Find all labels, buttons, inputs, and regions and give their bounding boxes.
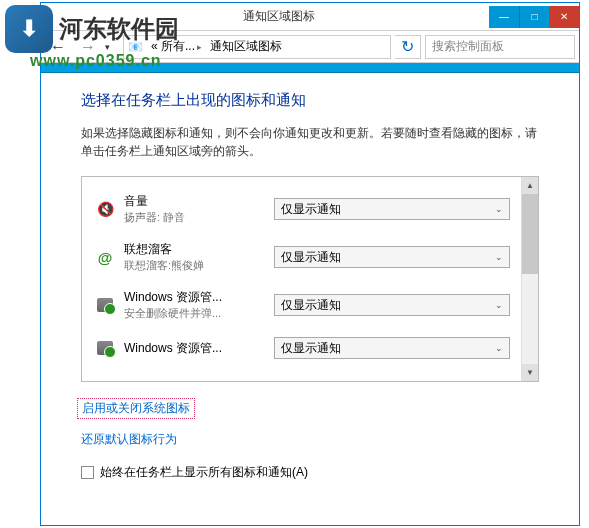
- usb-eject-icon: [96, 339, 114, 357]
- list-item: @ 联想溜客 联想溜客:熊俊婵 仅显示通知 ⌄: [82, 233, 538, 281]
- select-value: 仅显示通知: [281, 297, 341, 314]
- watermark-badge: ⬇: [5, 5, 53, 53]
- list-item: Windows 资源管... 安全删除硬件并弹... 仅显示通知 ⌄: [82, 281, 538, 329]
- window-buttons: — □ ✕: [489, 6, 579, 28]
- select-value: 仅显示通知: [281, 249, 341, 266]
- usb-eject-icon: [96, 296, 114, 314]
- item-subtitle: 联想溜客:熊俊婵: [124, 258, 264, 273]
- list-item: Windows 资源管... 仅显示通知 ⌄: [82, 329, 538, 367]
- watermark-logo: ⬇ 河东软件园: [5, 5, 179, 53]
- restore-defaults-link[interactable]: 还原默认图标行为: [81, 431, 177, 448]
- close-button[interactable]: ✕: [549, 6, 579, 28]
- item-text: 联想溜客 联想溜客:熊俊婵: [124, 241, 264, 273]
- breadcrumb-label: 通知区域图标: [210, 38, 282, 55]
- minimize-button[interactable]: —: [489, 6, 519, 28]
- chevron-down-icon: ⌄: [495, 204, 503, 214]
- page-description: 如果选择隐藏图标和通知，则不会向你通知更改和更新。若要随时查看隐藏的图标，请单击…: [81, 124, 539, 160]
- scrollbar[interactable]: ▲ ▼: [521, 177, 538, 381]
- item-title: 音量: [124, 193, 264, 210]
- item-text: 音量 扬声器: 静音: [124, 193, 264, 225]
- content-area: 选择在任务栏上出现的图标和通知 如果选择隐藏图标和通知，则不会向你通知更改和更新…: [41, 73, 579, 491]
- always-show-checkbox-row: 始终在任务栏上显示所有图标和通知(A): [81, 464, 539, 481]
- maximize-button[interactable]: □: [519, 6, 549, 28]
- speaker-icon: 🔇: [96, 200, 114, 218]
- item-title: Windows 资源管...: [124, 289, 264, 306]
- item-text: Windows 资源管... 安全删除硬件并弹...: [124, 289, 264, 321]
- icon-list-panel: 🔇 音量 扬声器: 静音 仅显示通知 ⌄ @ 联想溜客 联想溜客:熊俊婵 仅显示…: [81, 176, 539, 382]
- search-input[interactable]: 搜索控制面板: [425, 35, 575, 59]
- watermark-sitename: 河东软件园: [59, 13, 179, 45]
- watermark-url: www.pc0359.cn: [30, 52, 162, 70]
- chevron-down-icon: ⌄: [495, 343, 503, 353]
- at-icon: @: [96, 248, 114, 266]
- breadcrumb-seg-current[interactable]: 通知区域图标: [206, 38, 286, 55]
- behavior-select[interactable]: 仅显示通知 ⌄: [274, 198, 510, 220]
- always-show-checkbox[interactable]: [81, 466, 94, 479]
- item-title: Windows 资源管...: [124, 340, 264, 357]
- item-text: Windows 资源管...: [124, 340, 264, 357]
- select-value: 仅显示通知: [281, 201, 341, 218]
- chevron-down-icon: ⌄: [495, 252, 503, 262]
- item-subtitle: 扬声器: 静音: [124, 210, 264, 225]
- chevron-down-icon: ⌄: [495, 300, 503, 310]
- scroll-up-button[interactable]: ▲: [522, 177, 538, 194]
- list-item: 🔇 音量 扬声器: 静音 仅显示通知 ⌄: [82, 185, 538, 233]
- checkbox-label[interactable]: 始终在任务栏上显示所有图标和通知(A): [100, 464, 308, 481]
- page-title: 选择在任务栏上出现的图标和通知: [81, 91, 539, 110]
- links-section: 启用或关闭系统图标 还原默认图标行为: [81, 398, 539, 458]
- system-icons-link[interactable]: 启用或关闭系统图标: [77, 398, 195, 419]
- chevron-right-icon: ▸: [197, 42, 202, 52]
- behavior-select[interactable]: 仅显示通知 ⌄: [274, 337, 510, 359]
- scroll-thumb[interactable]: [522, 194, 538, 274]
- refresh-button[interactable]: ↻: [395, 35, 421, 59]
- select-value: 仅显示通知: [281, 340, 341, 357]
- behavior-select[interactable]: 仅显示通知 ⌄: [274, 294, 510, 316]
- search-placeholder: 搜索控制面板: [432, 38, 504, 55]
- scroll-down-button[interactable]: ▼: [522, 364, 538, 381]
- behavior-select[interactable]: 仅显示通知 ⌄: [274, 246, 510, 268]
- control-panel-window: 通知区域图标 — □ ✕ ← → ▾ 📧 « 所有... ▸ 通知区域图标 ↻ …: [40, 2, 580, 526]
- item-title: 联想溜客: [124, 241, 264, 258]
- item-subtitle: 安全删除硬件并弹...: [124, 306, 264, 321]
